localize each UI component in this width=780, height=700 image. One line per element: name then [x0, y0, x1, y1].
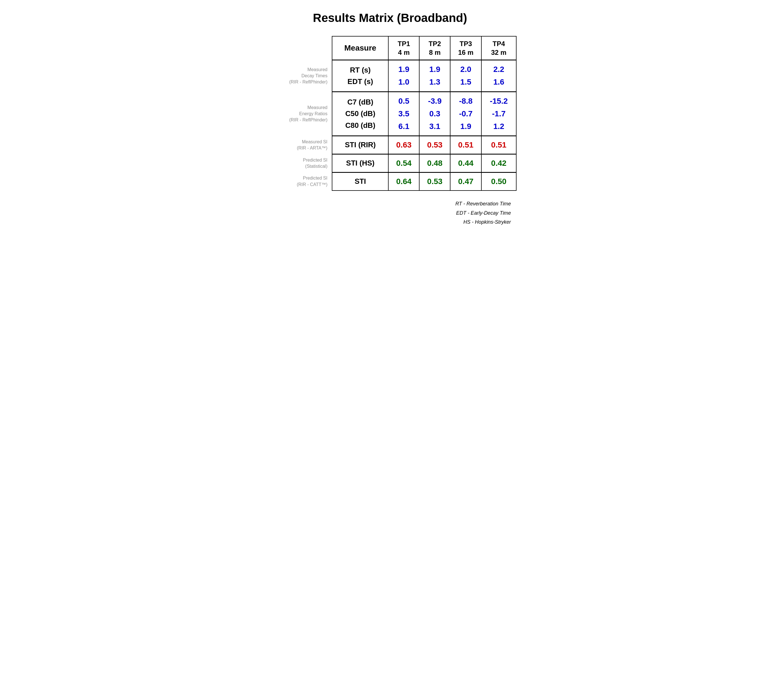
data-cell-decay-tp4: 2.2 1.6	[481, 60, 516, 92]
table-row: Measured SI(RIR - ARTA™) STI (RIR) 0.63 …	[264, 136, 516, 154]
header-tp3: TP316 m	[450, 36, 481, 60]
data-cell-sti-rir-tp1: 0.63	[388, 136, 419, 154]
results-matrix-table: Measure TP14 m TP28 m TP316 m TP432 m Me…	[264, 36, 516, 191]
page-title: Results Matrix (Broadband)	[264, 11, 516, 25]
table-header-row: Measure TP14 m TP28 m TP316 m TP432 m	[264, 36, 516, 60]
data-cell-sti-tp4: 0.50	[481, 172, 516, 190]
data-cell-decay-tp2: 1.9 1.3	[419, 60, 450, 92]
data-cell-sti-hs-tp4: 0.42	[481, 154, 516, 173]
data-cell-decay-tp1: 1.9 1.0	[388, 60, 419, 92]
page-container: Results Matrix (Broadband) Measure TP14 …	[264, 11, 516, 227]
data-cell-sti-hs-tp1: 0.54	[388, 154, 419, 173]
header-tp4: TP432 m	[481, 36, 516, 60]
footnotes-section: RT - Reverberation Time EDT - Early-Deca…	[264, 199, 516, 227]
data-cell-decay-tp3: 2.0 1.5	[450, 60, 481, 92]
row-label-predicted-si-stat: Predicted SI(Statistical)	[264, 154, 332, 173]
data-cell-sti-hs-tp2: 0.48	[419, 154, 450, 173]
header-tp2: TP28 m	[419, 36, 450, 60]
data-cell-energy-tp1: 0.5 3.5 6.1	[388, 92, 419, 136]
data-cell-sti-rir-tp3: 0.51	[450, 136, 481, 154]
measure-cell-decay: RT (s)EDT (s)	[332, 60, 388, 92]
table-row: Predicted SI(Statistical) STI (HS) 0.54 …	[264, 154, 516, 173]
data-cell-sti-tp1: 0.64	[388, 172, 419, 190]
table-row: MeasuredDecay Times(RIR - ReflPhinder) R…	[264, 60, 516, 92]
table-row: Predicted SI(RIR - CATT™) STI 0.64 0.53 …	[264, 172, 516, 190]
footnote-rt: RT - Reverberation Time	[264, 199, 511, 208]
row-label-measured-si: Measured SI(RIR - ARTA™)	[264, 136, 332, 154]
measure-cell-sti-hs: STI (HS)	[332, 154, 388, 173]
footnote-edt: EDT - Early-Decay Time	[264, 208, 511, 218]
row-label-decay-times: MeasuredDecay Times(RIR - ReflPhinder)	[264, 60, 332, 92]
data-cell-sti-rir-tp2: 0.53	[419, 136, 450, 154]
row-label-energy-ratios: MeasuredEnergy Ratios(RIR - ReflPhinder)	[264, 92, 332, 136]
footnote-hs: HS - Hopkins-Stryker	[264, 218, 511, 227]
data-cell-energy-tp2: -3.9 0.3 3.1	[419, 92, 450, 136]
measure-cell-sti: STI	[332, 172, 388, 190]
data-cell-sti-tp2: 0.53	[419, 172, 450, 190]
header-empty-cell	[264, 36, 332, 60]
data-cell-sti-rir-tp4: 0.51	[481, 136, 516, 154]
data-cell-sti-tp3: 0.47	[450, 172, 481, 190]
table-row: MeasuredEnergy Ratios(RIR - ReflPhinder)…	[264, 92, 516, 136]
data-cell-energy-tp4: -15.2 -1.7 1.2	[481, 92, 516, 136]
data-cell-energy-tp3: -8.8 -0.7 1.9	[450, 92, 481, 136]
header-tp1: TP14 m	[388, 36, 419, 60]
measure-cell-energy: C7 (dB)C50 (dB)C80 (dB)	[332, 92, 388, 136]
header-measure: Measure	[332, 36, 388, 60]
data-cell-sti-hs-tp3: 0.44	[450, 154, 481, 173]
row-label-predicted-si-catt: Predicted SI(RIR - CATT™)	[264, 172, 332, 190]
measure-cell-sti-rir: STI (RIR)	[332, 136, 388, 154]
